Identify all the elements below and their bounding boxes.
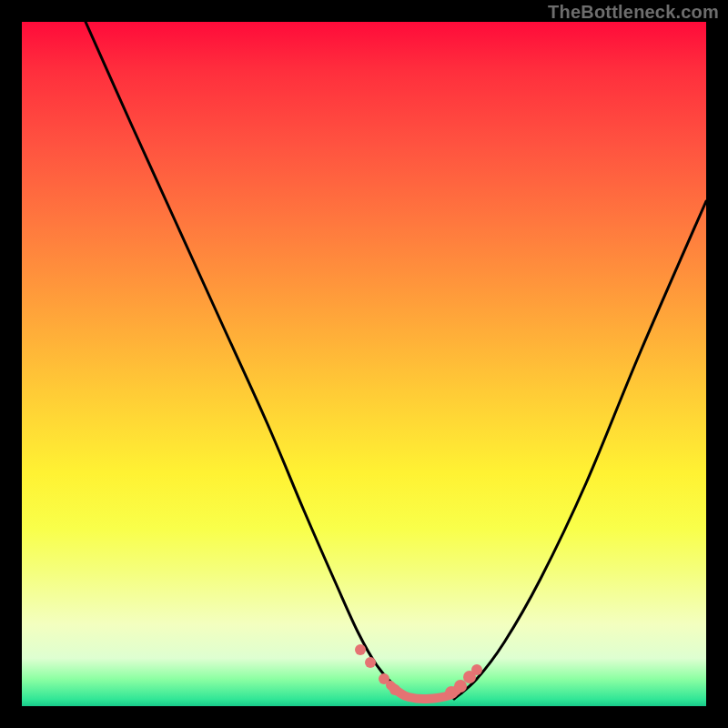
marker-dot	[471, 664, 482, 675]
marker-dot	[365, 657, 376, 668]
chart-svg	[22, 22, 706, 706]
chart-frame: TheBottleneck.com	[0, 0, 728, 728]
left-curve	[86, 22, 413, 699]
marker-dot	[389, 684, 400, 695]
plot-area	[22, 22, 706, 706]
marker-dot	[379, 673, 389, 684]
marker-dot	[454, 680, 467, 693]
markers-group	[355, 644, 482, 699]
right-curve	[454, 201, 706, 699]
watermark-text: TheBottleneck.com	[548, 2, 719, 23]
marker-dot	[355, 644, 366, 655]
